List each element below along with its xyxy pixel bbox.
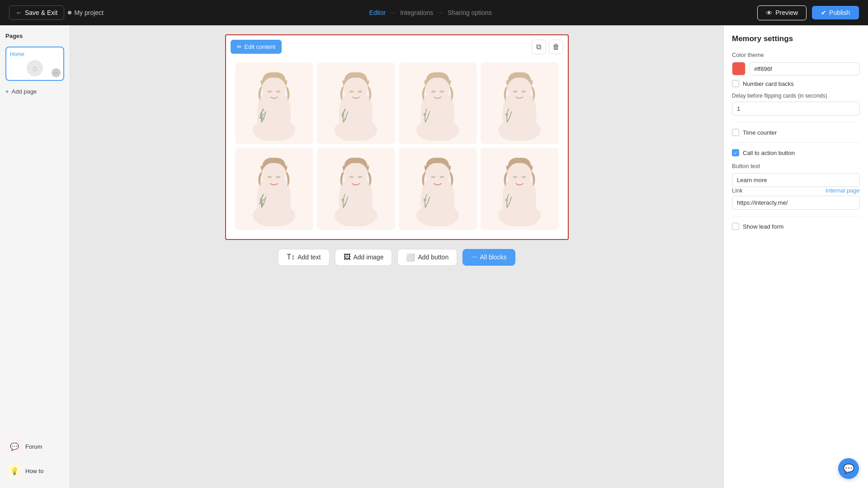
- all-blocks-button[interactable]: ··· All blocks: [462, 249, 515, 266]
- delay-label: Delay before flipping cards (in seconds): [732, 93, 860, 99]
- number-card-backs-row: Number card backs: [732, 80, 860, 87]
- image-icon: 🖼: [344, 253, 351, 261]
- memory-card-5[interactable]: [235, 148, 313, 230]
- status-dot: [68, 11, 71, 14]
- number-card-backs-checkbox[interactable]: [732, 80, 739, 87]
- back-arrow-icon: ←: [16, 9, 22, 16]
- time-counter-row: Time counter: [732, 129, 860, 136]
- publish-label: Publish: [829, 9, 850, 16]
- internal-page-link[interactable]: Internal page: [826, 187, 860, 194]
- number-card-backs-label: Number card backs: [743, 80, 794, 87]
- memory-game-canvas: [225, 34, 569, 240]
- memory-card-6[interactable]: [317, 148, 395, 230]
- svg-point-28: [262, 203, 264, 206]
- svg-point-16: [440, 90, 444, 93]
- sidebar-tools: 💬 Forum 💡 How to: [5, 436, 64, 481]
- color-theme-row: [732, 62, 860, 75]
- checkmark-icon: ✔: [821, 9, 826, 16]
- main-layout: Pages Home ⌂ ··· + Add page 💬 Forum 💡 Ho…: [0, 25, 868, 488]
- add-button-button[interactable]: ⬜ Add button: [397, 249, 457, 266]
- color-hex-input[interactable]: [749, 62, 860, 75]
- svg-point-39: [440, 176, 444, 178]
- link-url-input[interactable]: [732, 196, 860, 210]
- duplicate-button[interactable]: ⧉: [532, 40, 546, 54]
- button-text-input[interactable]: [732, 173, 860, 187]
- all-blocks-label: All blocks: [480, 253, 507, 261]
- right-panel: Memory settings Color theme Number card …: [723, 25, 868, 488]
- svg-point-25: [268, 176, 272, 178]
- time-counter-checkbox[interactable]: [732, 129, 739, 136]
- link-label: Link: [732, 187, 743, 194]
- home-page-label: Home: [10, 51, 60, 57]
- canvas-area: ✏ Edit content ⧉ 🗑: [70, 25, 723, 488]
- memory-card-2[interactable]: [317, 62, 395, 144]
- svg-point-32: [349, 176, 354, 178]
- canvas-actions: ⧉ 🗑: [532, 40, 563, 54]
- memory-card-1[interactable]: [235, 62, 313, 144]
- howto-label: How to: [25, 468, 43, 474]
- svg-point-3: [276, 90, 280, 93]
- show-lead-form-label: Show lead form: [743, 223, 783, 230]
- svg-point-4: [260, 113, 263, 116]
- plus-icon: +: [5, 88, 9, 95]
- text-icon: T↕: [287, 253, 295, 261]
- sidebar: Pages Home ⌂ ··· + Add page 💬 Forum 💡 Ho…: [0, 25, 70, 488]
- forum-icon: 💬: [7, 439, 22, 454]
- call-to-action-checkbox[interactable]: ✓: [732, 149, 739, 156]
- pages-title: Pages: [5, 33, 64, 39]
- svg-point-9: [349, 90, 354, 93]
- memory-card-4[interactable]: [481, 62, 559, 144]
- svg-point-15: [431, 90, 435, 93]
- preview-label: Preview: [775, 9, 798, 16]
- divider-3: [732, 216, 860, 216]
- show-lead-form-checkbox[interactable]: [732, 223, 739, 230]
- preview-button[interactable]: 👁 Preview: [757, 5, 807, 20]
- memory-card-3[interactable]: [399, 62, 477, 144]
- publish-button[interactable]: ✔ Publish: [812, 6, 859, 19]
- svg-point-20: [513, 90, 517, 93]
- svg-point-10: [358, 90, 362, 93]
- delay-input[interactable]: [732, 102, 860, 116]
- top-nav: ← Save & Exit My project Editor → Integr…: [0, 0, 868, 25]
- show-lead-form-row: Show lead form: [732, 223, 860, 230]
- nav-step-sharing[interactable]: Sharing options: [448, 9, 491, 16]
- svg-point-21: [522, 90, 526, 93]
- save-exit-button[interactable]: ← Save & Exit: [9, 5, 64, 20]
- nav-step-integrations[interactable]: Integrations: [400, 9, 433, 16]
- color-swatch[interactable]: [732, 62, 745, 75]
- add-button-label: Add button: [418, 253, 448, 261]
- sidebar-item-forum[interactable]: 💬 Forum: [5, 436, 64, 456]
- edit-content-button[interactable]: ✏ Edit content: [231, 40, 282, 54]
- add-text-button[interactable]: T↕ Add text: [278, 249, 329, 266]
- delete-button[interactable]: 🗑: [549, 40, 563, 54]
- pencil-icon: ✏: [237, 43, 242, 50]
- svg-point-6: [259, 117, 261, 119]
- add-page-button[interactable]: + Add page: [5, 86, 64, 97]
- svg-point-17: [424, 113, 426, 116]
- sidebar-item-howto[interactable]: 💡 How to: [5, 461, 64, 481]
- svg-point-35: [344, 203, 346, 206]
- svg-point-45: [505, 199, 508, 202]
- memory-card-8[interactable]: [481, 148, 559, 230]
- panel-title: Memory settings: [732, 34, 860, 43]
- arrow-icon-1: →: [390, 9, 396, 16]
- eye-icon: 👁: [766, 9, 773, 17]
- chat-icon: 💬: [843, 463, 854, 474]
- svg-point-44: [522, 176, 526, 178]
- memory-card-7[interactable]: [399, 148, 477, 230]
- call-to-action-label: Call to action button: [743, 150, 795, 156]
- bottom-toolbar: T↕ Add text 🖼 Add image ⬜ Add button ···…: [278, 249, 515, 266]
- add-image-button[interactable]: 🖼 Add image: [335, 249, 392, 266]
- svg-point-38: [431, 176, 435, 178]
- page-thumbnail: ⌂: [27, 60, 43, 76]
- chat-bubble[interactable]: 💬: [838, 458, 859, 479]
- checkmark: ✓: [734, 150, 737, 155]
- button-text-label: Button text: [732, 163, 860, 169]
- project-name: My project: [68, 9, 104, 16]
- divider-1: [732, 122, 860, 122]
- home-page-card[interactable]: Home ⌂ ···: [5, 47, 64, 81]
- arrow-icon-2: →: [438, 9, 443, 16]
- page-more-button[interactable]: ···: [52, 68, 61, 77]
- add-text-label: Add text: [297, 253, 321, 261]
- nav-step-editor[interactable]: Editor: [369, 9, 386, 16]
